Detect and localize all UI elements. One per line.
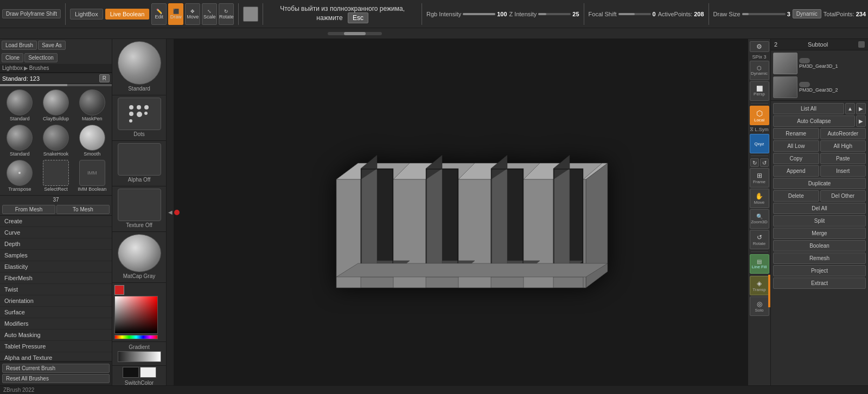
del-all-btn[interactable]: Del All [773,203,866,214]
esc-button[interactable]: Esc [348,12,368,23]
auto-reorder-btn[interactable]: AutoReorder [820,128,866,139]
project-btn[interactable]: Project [773,265,866,276]
move-button[interactable]: ✥ Move [185,3,200,25]
switch-white-swatch[interactable] [140,367,156,378]
brush-item-transpose[interactable]: Transpose [2,159,37,193]
draw-button[interactable]: ⬛ Draw [168,3,183,25]
persp-nav-btn[interactable]: ⬜ Persp [750,81,769,101]
brush-item-maskpen[interactable]: MaskPen [74,88,110,122]
extract-btn[interactable]: Extract [773,277,866,289]
rgb-slider[interactable] [463,13,495,15]
standard-preview[interactable] [118,41,161,85]
load-brush-btn[interactable]: Load Brush [2,41,37,50]
rename-btn[interactable]: Rename [773,128,819,139]
brush-item-standard1[interactable]: Standard [2,88,37,122]
qxyz-nav-btn[interactable]: Qxyz [750,134,769,153]
dynamic-nav-btn[interactable]: ⬡ Dynamic [750,61,769,80]
menu-surface[interactable]: Surface [0,307,112,318]
auto-collapse-arrow-btn[interactable]: ▶ [856,115,866,127]
menu-curve[interactable]: Curve [0,227,112,238]
menu-auto-masking[interactable]: Auto Masking [0,330,112,341]
alpha-preview[interactable] [118,143,161,176]
live-boolean-button[interactable]: Live Boolean [105,9,150,20]
matcap-preview[interactable] [118,234,161,272]
duplicate-btn[interactable]: Duplicate [773,178,866,189]
subtool-thumb-1[interactable] [773,53,797,74]
brush-r-button[interactable]: R [99,74,110,82]
boolean-btn[interactable]: Boolean [773,240,866,251]
split-btn[interactable]: Split [773,215,866,227]
edit-button[interactable]: ✏️ Edit [151,3,167,25]
focal-slider[interactable] [618,13,651,15]
scroll-bar[interactable] [328,32,382,35]
del-other-btn[interactable]: Del Other [820,190,866,202]
color-gradient-box[interactable] [114,296,158,334]
rotate-ccw-btn[interactable]: ↺ [760,158,769,167]
panel-toggle[interactable]: ◀ [167,39,174,385]
reset-all-brushes-btn[interactable]: Reset All Brushes [2,374,110,383]
subtool-thumb-2[interactable] [773,76,797,98]
brush-item-snakehook[interactable]: SnakeHook [39,124,74,158]
all-low-btn[interactable]: All Low [773,140,819,152]
subtool-toggle-2[interactable] [799,82,810,87]
solo-nav-btn[interactable]: ◎ Solo [750,296,769,316]
paste-btn[interactable]: Paste [820,153,866,164]
append-btn[interactable]: Append [773,165,819,177]
menu-alpha-texture[interactable]: Alpha and Texture [0,352,112,361]
rotate-nav-btn[interactable]: ↺ Rotate [750,230,769,249]
menu-samples[interactable]: Samples [0,250,112,261]
delete-btn[interactable]: Delete [773,190,819,202]
remesh-btn[interactable]: Remesh [773,253,866,264]
gradient-bar[interactable] [118,351,161,362]
brush-item-imm[interactable]: IMM IMM Boolean [74,159,110,193]
drawsize-slider[interactable] [742,13,786,15]
gear-icon-btn[interactable]: ⚙ [750,41,769,52]
zoom3d-nav-btn[interactable]: 🔍 Zoom3D [750,209,769,229]
main-color-swatch[interactable] [114,285,124,295]
clone-btn[interactable]: Clone [2,53,23,62]
reset-current-brush-btn[interactable]: Reset Current Brush [2,364,110,373]
menu-twist[interactable]: Twist [0,284,112,295]
insert-btn[interactable]: Insert [820,165,866,177]
all-high-btn[interactable]: All High [820,140,866,152]
canvas-area[interactable] [174,39,748,385]
list-all-btn[interactable]: List All [773,103,844,114]
switch-black-swatch[interactable] [123,367,139,378]
rotate-cw-btn[interactable]: ↻ [750,158,759,167]
menu-fibermesh[interactable]: FiberMesh [0,273,112,284]
menu-modifiers[interactable]: Modifiers [0,318,112,330]
dynamic-button[interactable]: Dynamic [793,9,821,18]
save-as-btn[interactable]: Save As [38,41,66,50]
brush-item-selectrect[interactable]: SelectRect [39,159,74,193]
move-nav-btn[interactable]: ✋ Move [750,189,769,208]
z-slider[interactable] [538,13,571,15]
merge-btn[interactable]: Merge [773,228,866,239]
subtool-toggle-btn[interactable] [858,41,865,48]
dots-preview[interactable] [118,98,161,130]
color-swatch[interactable] [243,7,258,22]
frame-nav-btn[interactable]: ⊞ Frame [750,168,769,188]
rotate-button[interactable]: ↻ Rotate [219,3,234,25]
menu-create[interactable]: Create [0,216,112,227]
menu-orientation[interactable]: Orientation [0,295,112,307]
transp-nav-btn[interactable]: ◈ Transp [750,276,769,295]
select-icon-btn[interactable]: SelectIcon [24,53,58,62]
brush-item-standard2[interactable]: Standard [2,124,37,158]
to-mesh-btn[interactable]: To Mesh [56,205,110,214]
line-fill-btn[interactable]: ▤ Line Fill [750,254,769,274]
copy-btn[interactable]: Copy [773,153,819,164]
brush-item-smooth[interactable]: Smooth [74,124,110,158]
menu-tablet-pressure[interactable]: Tablet Pressure [0,341,112,352]
lightbox-button[interactable]: LightBox [70,9,103,20]
list-all-arrow2-btn[interactable]: ▶ [856,103,866,114]
subtool-toggle-1[interactable] [799,58,810,63]
auto-collapse-btn[interactable]: Auto Collapse [773,115,855,127]
local-nav-btn[interactable]: ⬡ Local [750,106,769,125]
from-mesh-btn[interactable]: From Mesh [2,205,55,214]
list-all-arrow-btn[interactable]: ▲ [845,103,855,114]
load-brush-button[interactable]: Draw Polyframe Shift [2,9,61,18]
menu-elasticity[interactable]: Elasticity [0,261,112,273]
scale-button[interactable]: ⤡ Scale [202,3,217,25]
color-hue-bar[interactable] [114,335,158,339]
texture-preview[interactable] [118,189,161,221]
